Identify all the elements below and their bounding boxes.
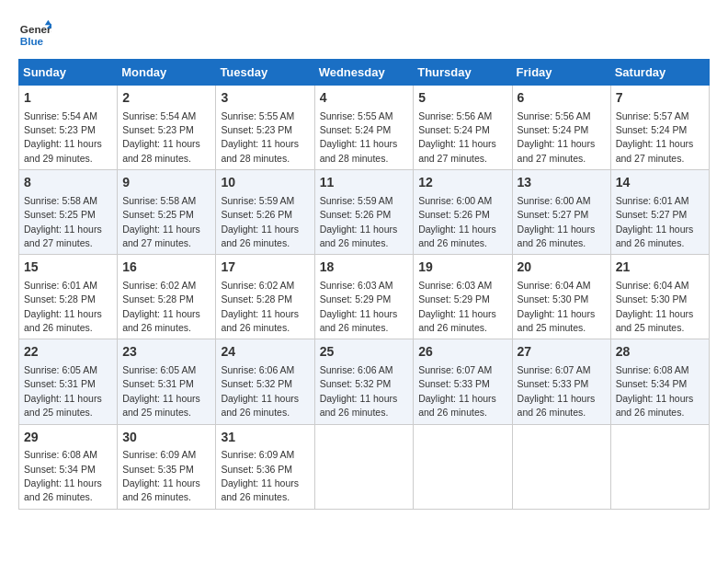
calendar-week-row: 1 Sunrise: 5:54 AMSunset: 5:23 PMDayligh…	[19, 86, 710, 170]
header-wednesday: Wednesday	[314, 60, 414, 86]
day-number: 11	[320, 174, 409, 192]
calendar-cell: 19 Sunrise: 6:03 AMSunset: 5:29 PMDaylig…	[414, 255, 512, 339]
day-number: 19	[418, 259, 506, 277]
day-number: 22	[24, 343, 112, 362]
header-monday: Monday	[118, 60, 216, 86]
day-number: 3	[221, 89, 309, 108]
header-friday: Friday	[512, 60, 610, 86]
calendar-week-row: 29 Sunrise: 6:08 AMSunset: 5:34 PMDaylig…	[19, 424, 710, 509]
day-info: Sunrise: 5:57 AMSunset: 5:24 PMDaylight:…	[616, 110, 694, 164]
calendar-cell: 5 Sunrise: 5:56 AMSunset: 5:24 PMDayligh…	[414, 86, 512, 170]
calendar-cell: 10 Sunrise: 5:59 AMSunset: 5:26 PMDaylig…	[216, 170, 314, 255]
calendar-cell: 28 Sunrise: 6:08 AMSunset: 5:34 PMDaylig…	[610, 339, 709, 424]
day-number: 14	[616, 174, 704, 192]
calendar-cell: 26 Sunrise: 6:07 AMSunset: 5:33 PMDaylig…	[414, 339, 512, 424]
calendar-cell: 20 Sunrise: 6:04 AMSunset: 5:30 PMDaylig…	[512, 255, 610, 339]
day-info: Sunrise: 6:00 AMSunset: 5:27 PMDaylight:…	[518, 195, 596, 248]
day-info: Sunrise: 5:58 AMSunset: 5:25 PMDaylight:…	[24, 195, 102, 248]
calendar-week-row: 8 Sunrise: 5:58 AMSunset: 5:25 PMDayligh…	[19, 170, 710, 255]
day-info: Sunrise: 6:03 AMSunset: 5:29 PMDaylight:…	[418, 280, 496, 333]
calendar-cell: 22 Sunrise: 6:05 AMSunset: 5:31 PMDaylig…	[19, 339, 118, 424]
day-info: Sunrise: 6:07 AMSunset: 5:33 PMDaylight:…	[418, 364, 496, 418]
day-info: Sunrise: 6:05 AMSunset: 5:31 PMDaylight:…	[24, 364, 102, 418]
calendar-cell	[314, 424, 414, 509]
day-info: Sunrise: 5:55 AMSunset: 5:24 PMDaylight:…	[320, 110, 398, 164]
day-info: Sunrise: 6:06 AMSunset: 5:32 PMDaylight:…	[221, 364, 299, 418]
day-info: Sunrise: 5:59 AMSunset: 5:26 PMDaylight:…	[320, 195, 398, 248]
day-info: Sunrise: 6:01 AMSunset: 5:28 PMDaylight:…	[24, 280, 102, 333]
day-number: 20	[518, 259, 606, 277]
calendar-cell: 2 Sunrise: 5:54 AMSunset: 5:23 PMDayligh…	[118, 86, 216, 170]
calendar-cell: 25 Sunrise: 6:06 AMSunset: 5:32 PMDaylig…	[314, 339, 414, 424]
day-info: Sunrise: 6:04 AMSunset: 5:30 PMDaylight:…	[616, 280, 694, 333]
day-info: Sunrise: 6:08 AMSunset: 5:34 PMDaylight:…	[616, 364, 694, 418]
calendar-cell: 15 Sunrise: 6:01 AMSunset: 5:28 PMDaylig…	[19, 255, 118, 339]
day-info: Sunrise: 5:58 AMSunset: 5:25 PMDaylight:…	[122, 195, 200, 248]
day-number: 27	[518, 343, 606, 362]
calendar-cell	[512, 424, 610, 509]
calendar-cell: 21 Sunrise: 6:04 AMSunset: 5:30 PMDaylig…	[610, 255, 709, 339]
day-number: 7	[616, 89, 704, 108]
header-tuesday: Tuesday	[216, 60, 314, 86]
day-number: 10	[221, 174, 309, 192]
day-number: 26	[418, 343, 506, 362]
day-number: 30	[122, 429, 210, 447]
calendar-cell: 31 Sunrise: 6:09 AMSunset: 5:36 PMDaylig…	[216, 424, 314, 509]
day-number: 28	[616, 343, 704, 362]
calendar-cell: 1 Sunrise: 5:54 AMSunset: 5:23 PMDayligh…	[19, 86, 118, 170]
logo: General Blue	[18, 18, 51, 52]
calendar-table: SundayMondayTuesdayWednesdayThursdayFrid…	[18, 59, 710, 510]
day-info: Sunrise: 6:02 AMSunset: 5:28 PMDaylight:…	[122, 280, 200, 333]
day-info: Sunrise: 5:59 AMSunset: 5:26 PMDaylight:…	[221, 195, 299, 248]
calendar-cell: 30 Sunrise: 6:09 AMSunset: 5:35 PMDaylig…	[118, 424, 216, 509]
day-info: Sunrise: 5:54 AMSunset: 5:23 PMDaylight:…	[122, 110, 200, 164]
day-number: 18	[320, 259, 409, 277]
logo-icon: General Blue	[18, 18, 51, 52]
calendar-cell: 3 Sunrise: 5:55 AMSunset: 5:23 PMDayligh…	[216, 86, 314, 170]
day-info: Sunrise: 5:54 AMSunset: 5:23 PMDaylight:…	[24, 110, 102, 164]
day-info: Sunrise: 5:55 AMSunset: 5:23 PMDaylight:…	[221, 110, 299, 164]
svg-text:Blue: Blue	[20, 35, 44, 47]
day-number: 25	[320, 343, 409, 362]
calendar-cell: 13 Sunrise: 6:00 AMSunset: 5:27 PMDaylig…	[512, 170, 610, 255]
day-number: 23	[122, 343, 210, 362]
day-number: 13	[518, 174, 606, 192]
calendar-cell: 8 Sunrise: 5:58 AMSunset: 5:25 PMDayligh…	[19, 170, 118, 255]
calendar-week-row: 22 Sunrise: 6:05 AMSunset: 5:31 PMDaylig…	[19, 339, 710, 424]
header-sunday: Sunday	[19, 60, 118, 86]
day-info: Sunrise: 6:05 AMSunset: 5:31 PMDaylight:…	[122, 364, 200, 418]
calendar-cell: 16 Sunrise: 6:02 AMSunset: 5:28 PMDaylig…	[118, 255, 216, 339]
day-number: 31	[221, 429, 309, 447]
day-info: Sunrise: 6:03 AMSunset: 5:29 PMDaylight:…	[320, 280, 398, 333]
calendar-cell: 29 Sunrise: 6:08 AMSunset: 5:34 PMDaylig…	[19, 424, 118, 509]
calendar-header-row: SundayMondayTuesdayWednesdayThursdayFrid…	[19, 60, 710, 86]
page-header: General Blue	[18, 18, 710, 52]
day-number: 24	[221, 343, 309, 362]
calendar-cell: 4 Sunrise: 5:55 AMSunset: 5:24 PMDayligh…	[314, 86, 414, 170]
day-info: Sunrise: 6:07 AMSunset: 5:33 PMDaylight:…	[518, 364, 596, 418]
day-number: 15	[24, 259, 112, 277]
day-info: Sunrise: 6:00 AMSunset: 5:26 PMDaylight:…	[418, 195, 496, 248]
calendar-cell: 6 Sunrise: 5:56 AMSunset: 5:24 PMDayligh…	[512, 86, 610, 170]
day-info: Sunrise: 6:08 AMSunset: 5:34 PMDaylight:…	[24, 449, 102, 502]
calendar-cell: 9 Sunrise: 5:58 AMSunset: 5:25 PMDayligh…	[118, 170, 216, 255]
day-number: 29	[24, 429, 112, 447]
day-info: Sunrise: 6:01 AMSunset: 5:27 PMDaylight:…	[616, 195, 694, 248]
calendar-cell: 27 Sunrise: 6:07 AMSunset: 5:33 PMDaylig…	[512, 339, 610, 424]
day-number: 12	[418, 174, 506, 192]
calendar-cell	[414, 424, 512, 509]
day-number: 4	[320, 89, 409, 108]
day-info: Sunrise: 6:09 AMSunset: 5:35 PMDaylight:…	[122, 449, 200, 502]
day-number: 17	[221, 259, 309, 277]
day-info: Sunrise: 5:56 AMSunset: 5:24 PMDaylight:…	[518, 110, 596, 164]
calendar-week-row: 15 Sunrise: 6:01 AMSunset: 5:28 PMDaylig…	[19, 255, 710, 339]
calendar-cell: 24 Sunrise: 6:06 AMSunset: 5:32 PMDaylig…	[216, 339, 314, 424]
day-number: 8	[24, 174, 112, 192]
day-number: 1	[24, 89, 112, 108]
day-info: Sunrise: 5:56 AMSunset: 5:24 PMDaylight:…	[418, 110, 496, 164]
calendar-cell: 7 Sunrise: 5:57 AMSunset: 5:24 PMDayligh…	[610, 86, 709, 170]
calendar-cell: 18 Sunrise: 6:03 AMSunset: 5:29 PMDaylig…	[314, 255, 414, 339]
calendar-cell: 17 Sunrise: 6:02 AMSunset: 5:28 PMDaylig…	[216, 255, 314, 339]
day-info: Sunrise: 6:06 AMSunset: 5:32 PMDaylight:…	[320, 364, 398, 418]
day-number: 21	[616, 259, 704, 277]
